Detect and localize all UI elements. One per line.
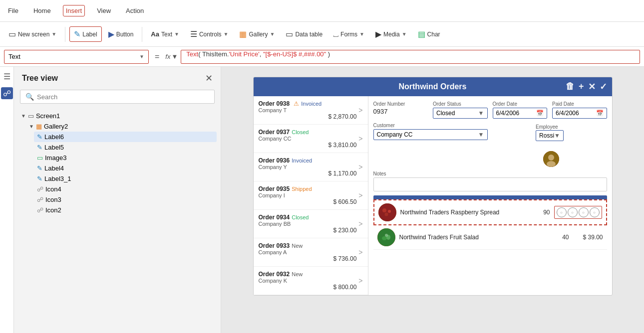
- cancel-icon[interactable]: ✕: [588, 81, 596, 92]
- action-circle-1b[interactable]: ○: [568, 207, 578, 217]
- notes-input[interactable]: [373, 177, 607, 191]
- icon2-label: Icon2: [45, 206, 61, 214]
- label3-1-label: Label3_1: [44, 175, 71, 182]
- order-item-0935[interactable]: Order 0935 Shipped Company I $ 606.50 >: [254, 181, 368, 210]
- product-qty-2: 40: [554, 234, 569, 241]
- product-row-1[interactable]: Northwind Traders Raspberry Spread 90 ○ …: [373, 199, 607, 225]
- customer-value: Company CC: [377, 131, 413, 138]
- order-status-chevron: ▼: [478, 110, 484, 117]
- menu-file[interactable]: File: [5, 5, 21, 16]
- forms-label: Forms: [340, 31, 357, 38]
- svg-point-5: [388, 210, 391, 213]
- order-item-0933[interactable]: Order 0933 New Company A $ 736.00 >: [254, 238, 368, 267]
- chart-icon: ▤: [418, 29, 425, 39]
- order-status-input[interactable]: Closed ▼: [433, 108, 488, 119]
- order-number-0937: Order 0937: [259, 129, 290, 136]
- order-status-0937: Closed: [292, 129, 309, 135]
- sidebar-search[interactable]: 🔍: [20, 90, 215, 104]
- button-button[interactable]: ▶ Button: [104, 26, 138, 42]
- app-title: Northwind Orders: [398, 82, 466, 91]
- sidebar-title: Tree view: [22, 74, 201, 83]
- menu-view[interactable]: View: [94, 5, 114, 16]
- action-circle-1a[interactable]: ○: [557, 207, 567, 217]
- add-icon[interactable]: +: [579, 81, 584, 92]
- order-status-0938: Invoiced: [301, 101, 322, 107]
- label5-label: Label5: [44, 144, 64, 151]
- forms-button[interactable]: ⎵ Forms ▼: [329, 27, 369, 42]
- tree-item-label5[interactable]: ✎ Label5: [34, 142, 217, 153]
- tree-item-gallery2[interactable]: ▼ ▦ Gallery2: [26, 121, 217, 132]
- delete-icon[interactable]: 🗑: [566, 81, 575, 92]
- tree-item-image3[interactable]: ▭ Image3: [34, 153, 217, 163]
- order-number-field: Order Number 0937: [373, 101, 428, 115]
- text-button[interactable]: Aa Text ▼: [146, 27, 184, 41]
- svg-point-10: [385, 234, 388, 237]
- menu-action[interactable]: Action: [123, 5, 147, 16]
- new-screen-button[interactable]: ▭ New screen ▼: [4, 26, 61, 42]
- expand-arrow-screen1: ▼: [21, 113, 26, 119]
- gallery-icon: ▦: [239, 29, 247, 39]
- product-actions-1[interactable]: ○ ○ ○ ○: [554, 206, 602, 219]
- action-circle-1d[interactable]: ○: [590, 207, 600, 217]
- detail-row-2: Customer Company CC ▼ Employee Rossi: [373, 123, 607, 167]
- order-company-0935: Company I: [259, 192, 357, 198]
- tree-item-label4[interactable]: ✎ Label4: [34, 163, 217, 173]
- new-screen-label: New screen: [18, 31, 49, 38]
- product-name-1: Northwind Traders Raspberry Spread: [400, 209, 531, 216]
- sidebar-close-button[interactable]: ✕: [205, 73, 213, 84]
- controls-button[interactable]: ☰ Controls ▼: [186, 26, 233, 42]
- hamburger-icon[interactable]: ☰: [3, 72, 10, 81]
- order-item-0937[interactable]: Order 0937 Closed Company CC $ 3,810.00 …: [254, 125, 368, 153]
- employee-chevron: ▼: [554, 132, 560, 139]
- order-amount-0934: $ 230.00: [259, 227, 357, 234]
- menu-bar: File Home Insert View Action: [0, 0, 644, 22]
- media-chevron: ▼: [402, 31, 407, 37]
- order-amount-0935: $ 606.50: [259, 198, 357, 205]
- chart-button[interactable]: ▤ Char: [413, 26, 445, 42]
- products-header: [373, 195, 607, 199]
- warning-icon-0938: ⚠: [294, 100, 299, 107]
- order-number-0934: Order 0934: [259, 214, 290, 221]
- order-status-0936: Invoiced: [292, 158, 312, 164]
- order-arrow-0932: >: [358, 277, 362, 285]
- gallery-button[interactable]: ▦ Gallery ▼: [235, 26, 279, 42]
- media-button[interactable]: ▶ Media ▼: [371, 26, 411, 42]
- confirm-icon[interactable]: ✓: [600, 81, 607, 92]
- customer-input[interactable]: Company CC ▼: [373, 129, 488, 140]
- order-status-0935: Shipped: [292, 186, 312, 192]
- tree-item-label6[interactable]: ✎ Label6: [34, 132, 217, 142]
- data-table-button[interactable]: ▭ Data table: [281, 26, 327, 42]
- order-company-0934: Company BB: [259, 221, 357, 227]
- field-name-chevron: ▼: [139, 54, 144, 59]
- order-arrow-0934: >: [358, 220, 362, 228]
- tree-item-icon2[interactable]: ☍ Icon2: [34, 205, 217, 215]
- paid-date-input[interactable]: 6/4/2006 📅: [552, 108, 607, 119]
- menu-home[interactable]: Home: [30, 5, 54, 16]
- label-button[interactable]: ✎ Label: [69, 26, 101, 42]
- search-input[interactable]: [37, 93, 209, 101]
- tree-item-icon3[interactable]: ☍ Icon3: [34, 194, 217, 205]
- order-item-0932[interactable]: Order 0932 New Company K $ 800.00 >: [254, 267, 368, 295]
- customer-field: Customer Company CC ▼: [373, 123, 488, 140]
- menu-insert[interactable]: Insert: [63, 5, 85, 16]
- icon2-icon: ☍: [37, 206, 43, 214]
- tree-item-label3-1[interactable]: ✎ Label3_1: [34, 173, 217, 184]
- field-name-dropdown[interactable]: Text ▼: [4, 50, 149, 64]
- order-date-input[interactable]: 6/4/2006 📅: [493, 108, 548, 119]
- order-item-0934[interactable]: Order 0934 Closed Company BB $ 230.00 >: [254, 210, 368, 238]
- order-item-0938[interactable]: Order 0938 ⚠ Invoiced Company T $ 2,870.…: [254, 96, 368, 125]
- action-circle-1c[interactable]: ○: [579, 207, 589, 217]
- order-number-label: Order Number: [373, 101, 428, 107]
- ribbon-separator-1: [65, 27, 65, 42]
- employee-input[interactable]: Rossi ▼: [536, 130, 564, 141]
- calendar-icon-paid-date: 📅: [596, 110, 604, 117]
- layers-icon[interactable]: ☍: [1, 87, 13, 99]
- tree-item-icon4[interactable]: ☍ Icon4: [34, 184, 217, 194]
- formula-input-display[interactable]: Text( ThisItem.'Unit Price', "[$-en-US]$…: [181, 50, 640, 64]
- order-company-0936: Company Y: [259, 164, 357, 170]
- order-item-0936[interactable]: Order 0936 Invoiced Company Y $ 1,170.00…: [254, 153, 368, 181]
- product-row-2[interactable]: Northwind Traders Fruit Salad 40 $ 39.00: [373, 225, 607, 250]
- product-qty-1: 90: [535, 209, 550, 216]
- order-amount-0938: $ 2,870.00: [259, 113, 357, 120]
- tree-item-screen1[interactable]: ▼ ▭ Screen1: [18, 111, 217, 121]
